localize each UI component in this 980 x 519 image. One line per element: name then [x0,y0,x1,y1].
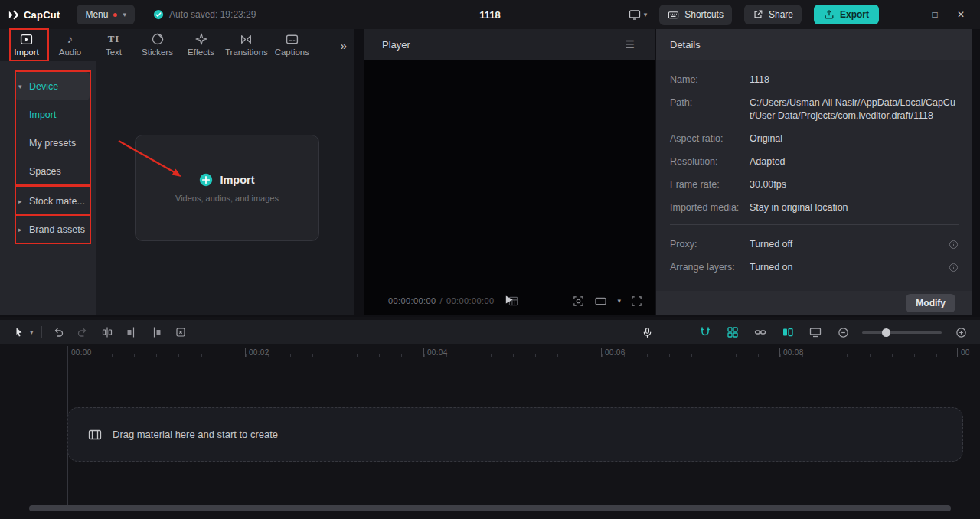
capcut-logo: CapCut [8,9,60,21]
details-divider [670,224,959,225]
sidebar-item-label: My presets [29,138,76,149]
monitor-icon [629,8,641,21]
import-dropzone-card[interactable]: Import Videos, audios, and images [135,135,319,241]
detail-row-resolution: Resolution: Adapted [670,155,959,168]
sidebar-item-label: Import [29,109,56,120]
auto-snap-toggle[interactable] [724,324,741,341]
timeline-ruler[interactable]: 00:00 00:02 00:04 00:06 00:08 00 [0,346,980,360]
share-button[interactable]: Share [744,5,802,24]
media-body: ▾ Device Import My presets Spaces ▸ Stoc… [0,61,354,315]
sidebar-item-device[interactable]: ▾ Device [15,72,90,100]
tab-label: Import [14,47,39,57]
plus-circle-icon [199,173,213,187]
export-icon [824,9,835,20]
sidebar-item-my-presets[interactable]: My presets [15,129,90,157]
maximize-button[interactable]: □ [922,9,948,20]
tab-text[interactable]: TI Text [92,32,136,61]
chevron-down-icon: ▾ [122,11,126,18]
timeline-dropzone[interactable]: Drag material here and start to create [67,407,963,462]
undo-button[interactable] [50,324,67,341]
chevron-down-icon: ▾ [18,83,29,90]
export-button[interactable]: Export [814,5,879,24]
import-card-header: Import [199,173,254,187]
sidebar-item-import[interactable]: Import [15,100,90,129]
tab-effects[interactable]: Effects [179,32,223,61]
more-tabs-button[interactable]: » [341,39,347,52]
tab-import[interactable]: Import [5,32,48,61]
sidebar-item-label: Device [29,81,58,92]
timeline-view-tools [639,324,969,341]
zoom-out-icon[interactable] [835,324,851,341]
detail-value: 1118 [750,73,959,86]
preview-axis-toggle[interactable] [807,324,824,341]
timeline-edit-tools: ▾ [11,324,189,341]
tab-label: Stickers [142,47,173,57]
play-button[interactable] [505,295,514,307]
redo-button[interactable] [74,324,91,341]
detail-value: Adapted [750,155,959,168]
timeline-drop-hint: Drag material here and start to create [113,429,278,440]
link-toggle[interactable] [752,324,769,341]
project-title: 1118 [479,9,501,21]
fullscreen-icon[interactable] [631,295,642,307]
display-mode-button[interactable]: ▾ [629,8,648,21]
topbar-actions: ▾ Shortcuts Share Export [629,5,974,25]
effects-star-icon [195,32,207,46]
shortcuts-button[interactable]: Shortcuts [659,5,732,25]
topbar: CapCut Menu ▾ Auto saved: 19:23:29 1118 … [0,0,980,29]
tab-stickers[interactable]: Stickers [136,32,179,61]
mirror-clips-toggle[interactable] [779,324,796,341]
fit-to-screen-icon[interactable] [573,295,584,307]
ruler-ticks [67,354,980,357]
delete-left-button[interactable] [123,324,140,341]
tab-audio[interactable]: ♪ Audio [48,32,92,61]
sidebar-item-label: Stock mate... [29,196,85,207]
toolbar-divider [41,326,42,338]
autosave-text: Auto saved: 19:23:29 [169,9,256,20]
detail-label: Arrange layers: [670,261,750,274]
detail-value: 30.00fps [750,178,959,191]
captions-icon [286,32,299,46]
timecode-separator: / [440,296,443,305]
close-button[interactable]: ✕ [948,9,974,20]
zoom-slider-handle[interactable] [882,328,890,337]
chevron-down-icon: ▾ [644,11,648,18]
sidebar-item-brand-assets[interactable]: ▸ Brand assets [15,215,90,243]
aspect-ratio-icon[interactable] [594,295,607,307]
detail-row-proxy: Proxy: Turned off [670,238,959,251]
media-main-area: Import Videos, audios, and images [96,61,354,315]
delete-right-button[interactable] [148,324,165,341]
delete-button[interactable] [172,324,189,341]
zoom-in-icon[interactable] [952,324,969,341]
ruler-label: 00:04 [423,348,448,357]
sidebar-item-spaces[interactable]: Spaces [15,157,90,185]
modify-button[interactable]: Modify [906,294,956,312]
timeline-scrollbar[interactable] [29,505,951,511]
autosave-status: Auto saved: 19:23:29 [153,9,256,20]
record-voiceover-icon[interactable] [639,324,655,341]
main-track-magnet-toggle[interactable] [697,324,714,341]
tab-transitions[interactable]: Transitions [223,32,270,61]
minimize-button[interactable]: — [896,9,922,20]
capcut-window: CapCut Menu ▾ Auto saved: 19:23:29 1118 … [0,0,980,519]
media-strip-icon [88,428,102,442]
split-button[interactable] [99,324,116,341]
detail-value: Turned off [750,238,942,251]
sticker-icon [152,32,164,46]
sidebar-item-stock-materials[interactable]: ▸ Stock mate... [15,187,90,215]
import-card-title: Import [220,174,254,186]
detail-label: Imported media: [670,201,750,214]
timeline-zoom-slider[interactable] [862,331,942,334]
detail-row-name: Name: 1118 [670,73,959,86]
chevron-down-icon[interactable]: ▾ [30,329,34,336]
player-menu-icon[interactable]: ☰ [625,38,635,51]
tab-captions[interactable]: Captions [270,32,314,61]
info-icon[interactable] [949,238,959,251]
detail-row-path: Path: C:/Users/Usman Ali Nasir/AppData/L… [670,96,959,122]
menu-button[interactable]: Menu ▾ [77,5,135,24]
ruler-label: 00:08 [779,348,804,357]
player-viewport: 00:00:00:00 / 00:00:00:00 [364,60,655,315]
select-tool-button[interactable] [11,324,28,341]
info-icon[interactable] [949,261,959,274]
detail-label: Frame rate: [670,178,750,191]
